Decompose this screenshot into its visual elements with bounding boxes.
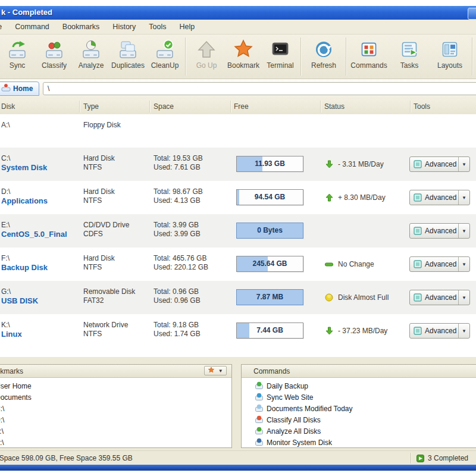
advanced-dropdown-arrow[interactable]: ▾ (458, 224, 469, 238)
free-space-value: 7.87 MB (237, 290, 303, 305)
bookmark-item[interactable]: D:\ (0, 414, 231, 425)
path-input[interactable]: \ (43, 82, 476, 95)
disk-space-summary: Total Space 598.09 GB, Free Space 359.55… (0, 454, 133, 462)
disk-status-text: - 3.31 MB/Day (338, 160, 384, 168)
menu-item-help[interactable]: Help (173, 21, 201, 33)
home-tab-icon (1, 83, 11, 95)
advanced-button[interactable]: Advanced▾ (409, 190, 470, 205)
advanced-button[interactable]: Advanced▾ (409, 223, 470, 239)
toolbar-separator (185, 37, 186, 76)
toolbar-button-label: CleanUp (151, 61, 179, 70)
command-item[interactable]: Documents Modified Today (242, 403, 476, 414)
toolbar-button-label: Duplicates (111, 61, 145, 70)
advanced-button[interactable]: Advanced▾ (409, 323, 470, 339)
column-header-tools[interactable]: Tools (414, 102, 430, 111)
toolbar-button-bookmark[interactable]: Bookmark (225, 37, 262, 77)
title-bar[interactable]: k - Completed (0, 6, 476, 20)
free-space-bar: 7.44 GB (236, 322, 303, 339)
bookmark-item[interactable]: F:\ (0, 425, 231, 437)
toolbar-button-tasks[interactable]: Tasks (389, 37, 430, 77)
toolbar-button-classify[interactable]: Classify (36, 37, 73, 77)
advanced-button[interactable]: Advanced▾ (409, 156, 470, 172)
bookmark-item[interactable]: User Home (0, 380, 231, 392)
command-item[interactable]: Monitor System Disk (242, 437, 476, 447)
header-separator (320, 101, 321, 112)
free-space-bar: 0 Bytes (236, 223, 303, 239)
advanced-dropdown-arrow[interactable]: ▾ (458, 324, 469, 338)
menu-item-history[interactable]: History (106, 21, 142, 33)
bookmark-item[interactable]: Documents (0, 392, 231, 403)
disk-label: USB DISK (1, 296, 38, 305)
bookmark-item-label: C:\ (0, 405, 4, 413)
menu-item-file[interactable]: File (0, 21, 8, 33)
advanced-button-label: Advanced (425, 160, 458, 168)
disk-row[interactable]: K:\LinuxNetwork DriveNTFSTotal: 9.18 GBU… (0, 314, 476, 347)
advanced-button[interactable]: Advanced▾ (409, 256, 470, 272)
disk-filesystem: NTFS (83, 330, 102, 338)
disk-row[interactable]: C:\System DiskHard DiskNTFSTotal: 19.53 … (0, 148, 476, 181)
toolbar-button-terminal[interactable]: Terminal (262, 37, 299, 77)
disk-filesystem: NTFS (83, 196, 102, 205)
advanced-dropdown-arrow[interactable]: ▾ (458, 157, 469, 171)
column-header-free[interactable]: Free (234, 102, 249, 111)
bookmark-item[interactable]: C:\ (0, 403, 231, 414)
bookmarks-star-button[interactable]: ▼ (204, 366, 227, 375)
advanced-button-label: Advanced (425, 227, 458, 235)
disk-filesystem: CDFS (83, 230, 103, 238)
disk-used-space: Used: 3.99 GB (154, 230, 201, 238)
disk-row[interactable]: A:\Floppy Disk (0, 114, 476, 148)
disk-row[interactable]: G:\USB DISKRemovable DiskFAT32Total: 0.9… (0, 281, 476, 314)
command-item[interactable]: Sync Web Site (242, 392, 476, 403)
duplicates-icon (117, 39, 139, 60)
advanced-button[interactable]: Advanced▾ (409, 290, 470, 305)
disk-status: - 3.31 MB/Day (324, 148, 384, 181)
advanced-dropdown-arrow[interactable]: ▾ (458, 257, 469, 271)
toolbar-separator (472, 37, 473, 76)
free-space-value: 7.44 GB (237, 323, 303, 338)
column-header-disk[interactable]: Disk (1, 102, 15, 111)
command-item[interactable]: Daily Backup (242, 380, 476, 392)
free-space-bar: 7.87 MB (236, 289, 303, 305)
disk-used-space: Used: 0.96 GB (154, 296, 201, 305)
command-item[interactable]: Analyze All Disks (242, 425, 476, 437)
disk-row[interactable]: F:\Backup DiskHard DiskNTFSTotal: 465.76… (0, 248, 476, 281)
toolbar-button-layouts[interactable]: Layouts (430, 37, 470, 77)
lower-panels: Bookmarks ▼ User HomeDocumentsC:\D:\F:\K… (0, 357, 476, 450)
toolbar-button-refresh[interactable]: Refresh (303, 37, 344, 77)
column-header-type[interactable]: Type (83, 102, 99, 111)
command-item[interactable]: Classify All Disks (242, 414, 476, 425)
column-header-space[interactable]: Space (154, 102, 174, 111)
disk-status: Disk Almost Full (324, 281, 389, 314)
command-item-label: Analyze All Disks (267, 427, 321, 436)
header-separator (410, 101, 411, 112)
tasks-icon (399, 39, 420, 60)
toolbar-separator (300, 37, 302, 76)
toolbar-button-commands[interactable]: Commands (349, 37, 389, 77)
toolbar-button-sync[interactable]: Sync (0, 37, 36, 77)
disk-row[interactable]: E:\CentOS_5.0_FinalCD/DVD DriveCDFSTotal… (0, 214, 476, 248)
advanced-dropdown-arrow[interactable]: ▾ (458, 190, 469, 205)
menu-item-command[interactable]: Command (8, 21, 56, 33)
commands-list: Daily BackupSync Web SiteDocuments Modif… (242, 377, 476, 447)
command-item-label: Documents Modified Today (267, 405, 353, 413)
disk-row[interactable]: D:\ApplicationsHard DiskNTFSTotal: 98.67… (0, 181, 476, 214)
toolbar-button-analyze[interactable]: Analyze (73, 37, 109, 77)
header-separator (79, 101, 80, 112)
menu-item-bookmarks[interactable]: Bookmarks (56, 21, 107, 33)
advanced-dropdown-arrow[interactable]: ▾ (458, 290, 469, 305)
menu-item-tools[interactable]: Tools (142, 21, 173, 33)
disk-type: Floppy Disk (83, 121, 121, 129)
trend-down-icon (324, 327, 334, 335)
bookmark-item-label: K:\ (0, 439, 4, 447)
tab-bar: Home \ (0, 79, 476, 99)
toolbar-button-cleanup[interactable]: CleanUp (146, 37, 183, 77)
minimize-button[interactable] (468, 8, 476, 20)
bookmark-item[interactable]: K:\ (0, 437, 231, 447)
advanced-icon (414, 293, 422, 302)
disk-type: Hard Disk (83, 154, 115, 162)
toolbar-button-duplicates[interactable]: Duplicates (109, 37, 146, 77)
column-header-status[interactable]: Status (324, 102, 345, 111)
toolbar-button-label: Commands (350, 61, 387, 70)
tab-home[interactable]: Home (0, 82, 39, 96)
desktop: k - Completed FileCommandBookmarksHistor… (0, 0, 476, 476)
